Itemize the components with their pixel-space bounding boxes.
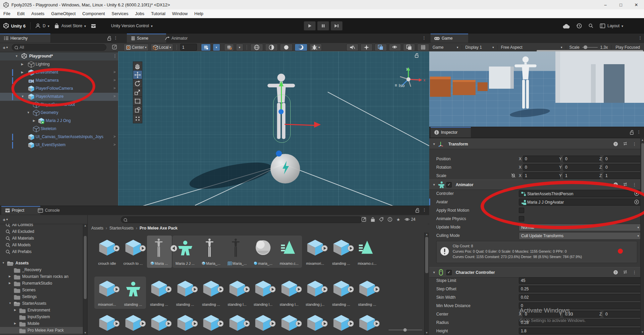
- game-kebab-icon[interactable]: ⋮: [638, 35, 642, 41]
- foldout-closed-icon[interactable]: ▶: [14, 308, 17, 312]
- aspect-dropdown[interactable]: Free Aspect▾: [498, 45, 566, 50]
- asset-row3-tile-10[interactable]: [356, 313, 378, 334]
- asset-row2-tile-6[interactable]: [252, 279, 274, 299]
- menu-item-tutorial[interactable]: Tutorial: [148, 9, 169, 18]
- account-dropdown[interactable]: D▾: [35, 23, 49, 29]
- scale-link-icon[interactable]: [511, 173, 516, 178]
- foldout-closed-icon[interactable]: ▶: [9, 282, 12, 286]
- create-asset-dropdown-icon[interactable]: ▾: [6, 218, 8, 221]
- hierarchy-search-input[interactable]: All: [12, 44, 106, 51]
- hierarchy-item-playerarmature[interactable]: ▼PlayerArmature>: [0, 93, 118, 101]
- expand-subassets-badge[interactable]: [139, 245, 146, 251]
- tab-hierarchy[interactable]: Hierarchy: [0, 34, 50, 43]
- axis-field-z[interactable]: 0: [603, 164, 641, 171]
- scale-tool-button[interactable]: [133, 88, 142, 97]
- save-search-button[interactable]: ★: [396, 217, 400, 222]
- min-move-distance-field[interactable]: 0: [519, 302, 641, 309]
- asset-row3-tile-4[interactable]: [200, 313, 222, 334]
- audio-mute-toggle[interactable]: [346, 44, 358, 51]
- hierarchy-item-lighting[interactable]: ▶Lighting: [0, 60, 118, 69]
- asset-row1-tile-2[interactable]: [148, 238, 170, 258]
- tab-console[interactable]: Console: [34, 206, 75, 215]
- hierarchy-item-environment[interactable]: ▶Environment>: [0, 69, 118, 77]
- scrollbar-up-arrow[interactable]: ▲: [641, 138, 644, 142]
- add-object-dropdown-icon[interactable]: ▾: [6, 46, 8, 49]
- hierarchy-lock-icon[interactable]: [107, 36, 112, 41]
- rect-tool-button[interactable]: [133, 96, 142, 106]
- hierarchy-item-maria-j-j-ong[interactable]: ▶Maria J J Ong: [0, 117, 118, 125]
- iso-mode-label[interactable]: ≡Iso: [395, 82, 415, 88]
- scrollbar-down-arrow[interactable]: ▼: [425, 331, 429, 335]
- undo-history-button[interactable]: [576, 23, 582, 29]
- focus-search-button[interactable]: [361, 217, 366, 222]
- snap-increment-field[interactable]: 1: [180, 44, 197, 51]
- apply-root-motion-checkbox[interactable]: [519, 208, 524, 213]
- asset-row3-tile-3[interactable]: [175, 313, 196, 334]
- expand-subassets-badge[interactable]: [373, 320, 380, 327]
- axis-field-y[interactable]: 0.93: [563, 311, 600, 318]
- expand-subassets-badge[interactable]: [113, 320, 119, 327]
- menu-item-assets[interactable]: Assets: [28, 9, 48, 18]
- wireframe-toggle[interactable]: [280, 44, 293, 51]
- expand-subassets-badge[interactable]: [373, 286, 380, 292]
- asset-row1-tile-7[interactable]: [279, 238, 300, 258]
- expand-subassets-badge[interactable]: [217, 320, 224, 327]
- axis-field-y[interactable]: 0: [563, 164, 600, 171]
- step-button[interactable]: [331, 21, 343, 31]
- hierarchy-kebab-icon[interactable]: ⋮: [113, 35, 117, 41]
- folder-item-mobile[interactable]: ▶Mobile: [0, 320, 83, 327]
- project-lock-icon[interactable]: [415, 208, 420, 213]
- hierarchy-item-playerfollowcamera[interactable]: PlayerFollowCamera>: [0, 85, 118, 93]
- asset-row2-tile-0[interactable]: [96, 279, 118, 299]
- pause-button[interactable]: [317, 21, 329, 31]
- animator-header[interactable]: ▼✓Animator?⋮: [429, 179, 641, 190]
- menu-item-edit[interactable]: Edit: [14, 9, 28, 18]
- game-viewport[interactable]: [429, 51, 644, 127]
- folder-item-mountain-terrain-rocks-an[interactable]: ▶Mountain Terrain rocks an: [0, 273, 83, 280]
- foldout-open-icon[interactable]: ▼: [27, 111, 31, 115]
- scrollbar-up-arrow[interactable]: ▲: [425, 233, 429, 236]
- rotate-tool-button[interactable]: [133, 79, 142, 88]
- slider-knob[interactable]: [403, 328, 407, 332]
- foldout-open-icon[interactable]: ▼: [433, 183, 436, 186]
- component-kebab-icon[interactable]: ⋮: [632, 182, 637, 187]
- height-field[interactable]: 1.8: [519, 328, 641, 334]
- foldout-open-icon[interactable]: ▼: [433, 271, 436, 274]
- component-kebab-icon[interactable]: ⋮: [632, 141, 637, 146]
- asset-row3-tile-7[interactable]: [279, 313, 300, 334]
- asset-row1-tile-4[interactable]: [200, 238, 222, 258]
- menu-item-gameobject[interactable]: GameObject: [48, 9, 79, 18]
- menu-item-file[interactable]: File: [0, 9, 14, 18]
- foldout-open-icon[interactable]: ▼: [21, 95, 25, 99]
- foldout-open-icon[interactable]: ▼: [433, 142, 436, 146]
- folder-item-settings[interactable]: Settings: [0, 293, 83, 300]
- controller-object-field[interactable]: StarterAssetsThirdPerson: [519, 190, 641, 197]
- axis-field-y[interactable]: 0: [563, 156, 600, 162]
- update-mode-dropdown[interactable]: Normal▾: [519, 224, 641, 231]
- asset-row2-tile-2[interactable]: [148, 279, 170, 299]
- folder-item-starterassets[interactable]: ▼StarterAssets: [0, 300, 83, 307]
- folder-item-pro-melee-axe-pack[interactable]: Pro Melee Axe Pack: [0, 327, 83, 334]
- axis-field-x[interactable]: 0: [523, 156, 560, 162]
- asset-row3-tile-2[interactable]: [148, 313, 170, 334]
- animator-enabled-checkbox[interactable]: ✓: [446, 182, 452, 187]
- foldout-closed-icon[interactable]: ▶: [33, 119, 37, 123]
- character-controller-enabled-checkbox[interactable]: ✓: [446, 270, 452, 275]
- move-snap-toggle[interactable]: [224, 44, 234, 51]
- hand-tool-button[interactable]: [133, 61, 142, 71]
- orientation-dropdown[interactable]: Local▾: [151, 44, 173, 51]
- package-manager-button[interactable]: [91, 23, 96, 29]
- folder-item-runemarkstudio[interactable]: ▶RunemarkStudio: [0, 280, 83, 287]
- asset-store-dropdown[interactable]: Asset Store▾: [54, 23, 86, 29]
- favorite-item-all-prefabs[interactable]: All Prefabs: [0, 248, 83, 255]
- tree-scrollbar-thumb[interactable]: [84, 236, 87, 299]
- foldout-closed-icon[interactable]: ▶: [21, 71, 25, 75]
- skin-width-field[interactable]: 0.02: [519, 294, 641, 301]
- avatar-picker-icon[interactable]: [634, 199, 639, 206]
- folder-item-assets[interactable]: ▼Assets: [0, 260, 83, 266]
- step-offset-field[interactable]: 0.25: [519, 286, 641, 292]
- hierarchy-item-playercameraroot[interactable]: PlayerCameraRoot: [0, 101, 118, 109]
- folder-item-inputsystem[interactable]: InputSystem: [0, 313, 83, 320]
- axis-field-z[interactable]: 0: [603, 311, 641, 318]
- game-mode-dropdown[interactable]: Game▾: [429, 45, 462, 50]
